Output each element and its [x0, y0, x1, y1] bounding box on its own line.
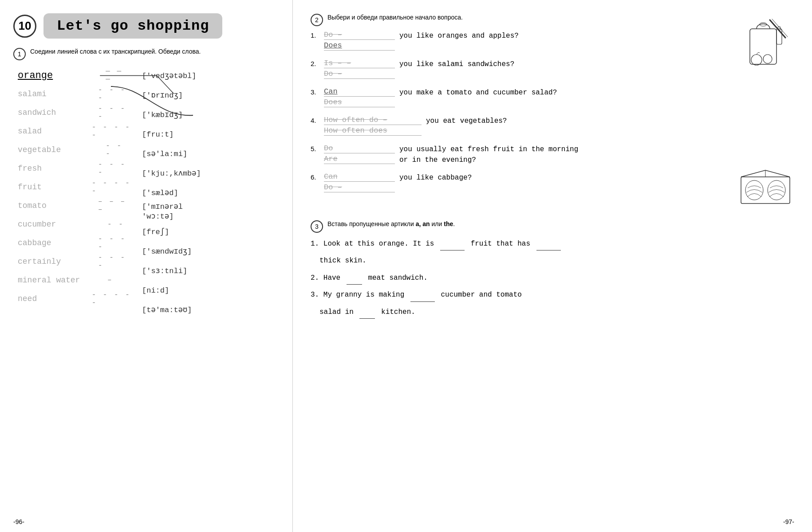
option-does1: Does: [324, 41, 395, 51]
word-dashes: - - - -: [98, 235, 133, 251]
sentence-1: 1. Look at this orange. It is fruit that…: [311, 237, 794, 250]
word-row: cabbage - - - -: [18, 234, 133, 252]
chapter-header: 10 Let's go shopping: [13, 13, 279, 39]
word-row: cucumber - -: [18, 215, 133, 233]
word-row: mineral water –: [18, 271, 133, 289]
question-5-options: Do Are: [324, 144, 395, 165]
exercise2: 2 Выбери и обведи правильное начало вопр…: [311, 13, 794, 210]
word-orange: orange: [18, 70, 105, 81]
exercise3-header: 3 Вставь пропущенные артикли a, an или t…: [311, 220, 794, 233]
svg-point-11: [768, 180, 785, 200]
word-salami: salami: [18, 90, 97, 98]
option-does3: Does: [324, 98, 395, 107]
question-1-options: Do – Does: [324, 31, 395, 52]
option-are5: Are: [324, 155, 395, 164]
word-dashes: — — —: [106, 67, 133, 83]
word-cucumber: cucumber: [18, 220, 106, 229]
word-row: salad - - - - -: [18, 122, 133, 140]
option-how-often-do4: How often do –: [324, 116, 422, 125]
transcription-item: ['mɪnərəl'wɔːtə]: [142, 203, 279, 221]
question-2-num: 2.: [311, 59, 324, 67]
box-svg: [737, 168, 794, 208]
blank-3b: [359, 318, 375, 319]
blank-3a: [410, 301, 435, 302]
question-6: 6. Can Do – you like cabbage?: [311, 172, 732, 194]
option-do2: Do –: [324, 70, 395, 79]
question-4: 4. How often do – How often does you eat…: [311, 116, 794, 137]
exercise3-instruction: Вставь пропущенные артикли a, an или the…: [327, 220, 455, 229]
question-2: 2. Is – – Do – you like salami sandwiche…: [311, 59, 794, 80]
word-dashes: –: [107, 276, 113, 284]
right-page: 2 Выбери и обведи правильное начало вопр…: [293, 0, 812, 532]
word-fruit: fruit: [18, 183, 91, 192]
transcriptions-column: ['vedʒətəbl] ['ɒrɪndʒ] ['kæbɪdʒ] [fruːt]…: [133, 66, 279, 320]
sentence-3-cont: salad in kitchen.: [319, 305, 794, 319]
word-certainly: certainly: [18, 257, 97, 266]
option-can6: Can: [324, 172, 395, 182]
option-how-often-does4: How often does: [324, 126, 422, 136]
transcription-item: [freʃ]: [142, 223, 279, 240]
word-dashes: - - - -: [98, 105, 133, 121]
transcription-item: ['kjuː,kʌmbə]: [142, 164, 279, 182]
word-vegetable: vegetable: [18, 145, 105, 154]
question-4-options: How often do – How often does: [324, 116, 422, 137]
word-need: need: [18, 294, 91, 303]
question-3-options: Can Does: [324, 87, 395, 109]
svg-point-10: [745, 180, 763, 200]
word-cabbage: cabbage: [18, 239, 97, 247]
question-6-text: you like cabbage?: [399, 172, 732, 184]
transcription-item: [tə'maːtəʊ]: [142, 301, 279, 318]
words-transcriptions-area: orange — — — salami - - - - sandwich - -…: [18, 66, 279, 320]
page-number-left: -96-: [13, 518, 24, 525]
page-number-right: -97-: [783, 518, 794, 525]
transcription-item: [fruːt]: [142, 125, 279, 143]
words-column: orange — — — salami - - - - sandwich - -…: [18, 66, 133, 320]
word-dashes: - - - -: [98, 86, 133, 102]
exercise1-label: 1 Соедини линией слова с их транскрипцие…: [13, 47, 279, 60]
question-5-num: 5.: [311, 144, 324, 153]
transcription-item: ['sændwɪdʒ]: [142, 242, 279, 260]
right-page-content: 2 Выбери и обведи правильное начало вопр…: [311, 13, 794, 319]
word-dashes: - - -: [106, 142, 133, 158]
chapter-title: Let's go shopping: [43, 13, 222, 39]
sentence-1-cont: thick skin.: [319, 254, 794, 267]
word-row: tomato – – – –: [18, 197, 133, 215]
exercise3-sentences: 1. Look at this orange. It is fruit that…: [311, 237, 794, 319]
option-can3: Can: [324, 87, 395, 97]
question-4-num: 4.: [311, 116, 324, 124]
food-sketch: [732, 16, 794, 71]
option-do6: Do –: [324, 183, 395, 192]
word-mineral-water: mineral water: [18, 276, 106, 285]
question-3-text: you make a tomato and cucumber salad?: [399, 87, 794, 99]
transcription-item: ['ɒrɪndʒ]: [142, 86, 279, 104]
word-dashes: - - - -: [98, 254, 133, 270]
word-fresh: fresh: [18, 164, 97, 173]
word-dashes: - - - - -: [92, 179, 133, 195]
exercise2-number: 2: [311, 14, 323, 26]
sentence-2: 2. Have meat sandwich.: [311, 271, 794, 285]
question-1-num: 1.: [311, 31, 324, 39]
word-dashes: – – – –: [98, 198, 133, 214]
word-row: salami - - - -: [18, 85, 133, 103]
exercise3: 3 Вставь пропущенные артикли a, an или t…: [311, 220, 794, 319]
transcription-item: ['vedʒətəbl]: [142, 66, 279, 84]
question-2-options: Is – – Do –: [324, 59, 395, 80]
chapter-number: 10: [13, 15, 36, 38]
left-page: 10 Let's go shopping 1 Соедини линией сл…: [0, 0, 293, 532]
blank-2: [347, 284, 362, 285]
word-dashes: - - - - -: [92, 291, 133, 307]
option-do1: Do –: [324, 31, 395, 40]
transcription-item: ['sɜːtnli]: [142, 262, 279, 279]
svg-point-7: [763, 55, 772, 63]
svg-rect-8: [741, 177, 790, 203]
word-row: orange — — —: [18, 66, 133, 84]
question-5: 5. Do Are you usually eat fresh fruit in…: [311, 144, 794, 165]
exercise1-instruction: Соедини линией слова с их транскрипцией.…: [30, 47, 201, 56]
question-6-num: 6.: [311, 172, 324, 181]
word-salad: salad: [18, 127, 91, 136]
exercise3-number: 3: [311, 220, 323, 233]
food-illustration: [732, 16, 794, 69]
word-tomato: tomato: [18, 201, 97, 210]
word-row: certainly - - - -: [18, 253, 133, 270]
question-5-text: you usually eat fresh fruit in the morni…: [399, 144, 794, 165]
